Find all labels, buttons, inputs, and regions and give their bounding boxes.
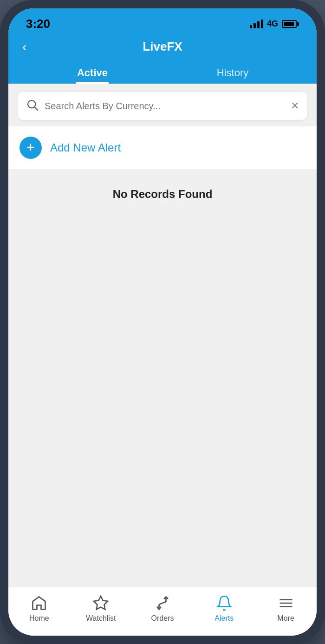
bottom-nav: Home Watchlist Orders	[8, 587, 317, 636]
nav-item-alerts[interactable]: Alerts	[193, 595, 255, 623]
status-bar: 3:20 4G	[8, 8, 317, 35]
svg-marker-2	[94, 596, 108, 610]
tab-active[interactable]: Active	[22, 60, 162, 84]
nav-label-orders: Orders	[151, 614, 174, 623]
add-new-alert-button[interactable]: + Add New Alert	[8, 126, 317, 169]
search-icon	[26, 99, 39, 113]
nav-item-more[interactable]: More	[255, 595, 317, 623]
phone-screen: 3:20 4G ‹ Liv	[8, 8, 317, 636]
nav-label-more: More	[277, 614, 294, 623]
nav-label-alerts: Alerts	[214, 614, 234, 623]
add-circle-icon: +	[20, 137, 42, 159]
back-button[interactable]: ‹	[22, 39, 26, 54]
nav-item-home[interactable]: Home	[8, 595, 70, 623]
main-content: ✕ + Add New Alert No Records Found	[8, 84, 317, 587]
empty-state: No Records Found	[8, 169, 317, 587]
signal-4g-icon: 4G	[267, 19, 278, 29]
search-input[interactable]	[45, 101, 285, 112]
nav-label-home: Home	[29, 614, 49, 623]
nav-item-orders[interactable]: Orders	[132, 595, 194, 623]
search-bar[interactable]: ✕	[18, 92, 307, 120]
svg-line-3	[159, 602, 166, 605]
app-header: ‹ LiveFX Active History	[8, 35, 317, 84]
page-title: LiveFX	[143, 39, 182, 54]
add-alert-label: Add New Alert	[50, 141, 121, 154]
orders-icon	[154, 595, 171, 611]
phone-frame: 3:20 4G ‹ Liv	[0, 0, 325, 644]
watchlist-icon	[92, 595, 109, 611]
clear-icon[interactable]: ✕	[291, 100, 299, 112]
home-icon	[31, 595, 47, 611]
tab-bar: Active History	[22, 60, 303, 84]
nav-item-watchlist[interactable]: Watchlist	[70, 595, 132, 623]
tab-history[interactable]: History	[162, 60, 303, 84]
battery-icon	[282, 20, 299, 28]
svg-point-0	[28, 100, 35, 108]
more-icon	[278, 595, 294, 611]
signal-bars-icon	[250, 20, 263, 28]
status-time: 3:20	[26, 17, 50, 31]
nav-label-watchlist: Watchlist	[86, 614, 116, 623]
alerts-icon	[216, 595, 233, 611]
status-icons: 4G	[250, 19, 299, 29]
plus-icon: +	[26, 140, 35, 154]
svg-line-1	[35, 107, 38, 111]
no-records-text: No Records Found	[113, 188, 213, 201]
